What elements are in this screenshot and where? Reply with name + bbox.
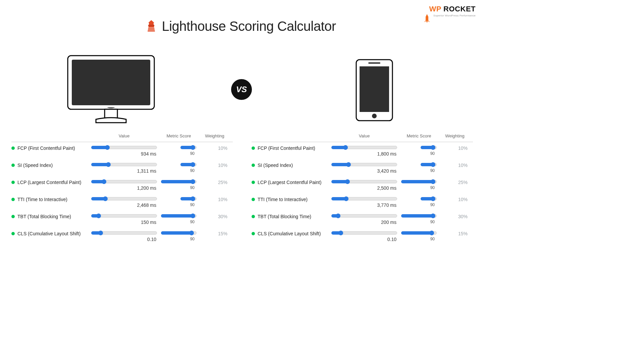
value-slider[interactable] bbox=[331, 180, 397, 183]
value-slider[interactable] bbox=[331, 146, 397, 149]
weight-text: 10% bbox=[201, 145, 229, 151]
col-weight: Weighting bbox=[201, 133, 229, 138]
value-text: 934 ms bbox=[91, 151, 157, 157]
metric-row-tti: TTI (Time to Interactive)3,770 ms9010% bbox=[252, 196, 473, 208]
score-cell: 90 bbox=[161, 213, 197, 224]
brand-logo: WP ROCKET Superior WordPress Performance bbox=[429, 5, 476, 13]
svg-rect-5 bbox=[148, 29, 155, 31]
value-slider[interactable] bbox=[91, 214, 157, 218]
metric-row-tbt: TBT (Total Blocking Time)200 ms9030% bbox=[252, 213, 473, 225]
score-text: 90 bbox=[161, 151, 197, 156]
weight-text: 25% bbox=[441, 179, 469, 185]
score-cell: 90 bbox=[161, 162, 197, 173]
status-dot-icon bbox=[11, 215, 15, 218]
metric-label: FCP (First Contentful Paint) bbox=[252, 145, 327, 151]
score-slider[interactable] bbox=[180, 163, 197, 166]
score-slider[interactable] bbox=[401, 214, 437, 218]
weight-text: 30% bbox=[441, 213, 469, 219]
status-dot-icon bbox=[11, 146, 15, 150]
metric-name: LCP (Largest Contentful Paint) bbox=[258, 180, 321, 185]
metric-name: SI (Speed Index) bbox=[17, 163, 53, 168]
metric-row-tti: TTI (Time to Interactive)2,468 ms9010% bbox=[11, 196, 233, 208]
metric-name: TTI (Time to Interactive) bbox=[258, 197, 308, 202]
score-slider[interactable] bbox=[421, 146, 437, 149]
value-slider[interactable] bbox=[91, 197, 157, 200]
value-text: 0.10 bbox=[331, 237, 397, 242]
value-slider[interactable] bbox=[331, 197, 397, 200]
status-dot-icon bbox=[252, 146, 255, 150]
column-headers: Value Metric Score Weighting bbox=[252, 133, 473, 138]
mobile-device-icon bbox=[356, 59, 393, 123]
value-text: 3,770 ms bbox=[331, 202, 397, 208]
value-text: 3,420 ms bbox=[331, 168, 397, 174]
value-cell: 934 ms bbox=[91, 145, 157, 157]
score-cell: 90 bbox=[401, 230, 437, 241]
score-text: 90 bbox=[401, 220, 437, 224]
value-cell: 1,200 ms bbox=[91, 179, 157, 191]
score-slider[interactable] bbox=[421, 197, 437, 200]
metric-label: TTI (Time to Interactive) bbox=[11, 196, 87, 202]
desktop-metrics-panel: Value Metric Score Weighting FCP (First … bbox=[11, 133, 233, 247]
value-cell: 1,311 ms bbox=[91, 162, 157, 174]
metric-label: TTI (Time to Interactive) bbox=[252, 196, 327, 202]
desktop-device-icon bbox=[67, 55, 155, 125]
score-cell: 90 bbox=[161, 179, 197, 190]
score-slider[interactable] bbox=[421, 163, 437, 166]
metric-row-lcp: LCP (Largest Contentful Paint)2,500 ms90… bbox=[252, 179, 473, 191]
brand-text: WP ROCKET bbox=[429, 5, 476, 13]
svg-rect-2 bbox=[148, 25, 154, 26]
metric-row-lcp: LCP (Largest Contentful Paint)1,200 ms90… bbox=[11, 179, 233, 191]
metric-name: TBT (Total Blocking Time) bbox=[258, 214, 311, 219]
value-slider[interactable] bbox=[331, 231, 397, 235]
score-text: 90 bbox=[161, 220, 197, 224]
value-slider[interactable] bbox=[91, 180, 157, 183]
score-text: 90 bbox=[401, 168, 437, 173]
metric-label: CLS (Cumulative Layout Shift) bbox=[252, 230, 327, 236]
score-cell: 90 bbox=[401, 179, 437, 190]
value-slider[interactable] bbox=[91, 231, 157, 235]
score-slider[interactable] bbox=[161, 231, 197, 235]
svg-marker-3 bbox=[148, 26, 155, 32]
metric-label: CLS (Cumulative Layout Shift) bbox=[11, 230, 87, 236]
metric-name: TTI (Time to Interactive) bbox=[17, 197, 67, 202]
svg-point-12 bbox=[372, 114, 377, 118]
metric-label: TBT (Total Blocking Time) bbox=[11, 213, 87, 219]
brand-tagline: Superior WordPress Performance bbox=[433, 14, 476, 17]
score-slider[interactable] bbox=[180, 197, 197, 200]
score-slider[interactable] bbox=[401, 231, 437, 235]
col-value: Value bbox=[331, 133, 397, 138]
score-slider[interactable] bbox=[161, 214, 197, 218]
page-title: Lighthouse Scoring Calculator bbox=[162, 19, 336, 34]
score-cell: 90 bbox=[161, 196, 197, 207]
metric-row-cls: CLS (Cumulative Layout Shift)0.109015% bbox=[11, 230, 233, 242]
value-slider[interactable] bbox=[91, 163, 157, 166]
metric-label: SI (Speed Index) bbox=[252, 162, 327, 168]
svg-rect-8 bbox=[105, 109, 117, 118]
score-cell: 90 bbox=[401, 196, 437, 207]
score-slider[interactable] bbox=[180, 146, 197, 149]
score-slider[interactable] bbox=[161, 180, 197, 183]
value-slider[interactable] bbox=[91, 146, 157, 149]
svg-marker-0 bbox=[148, 20, 154, 23]
metric-row-cls: CLS (Cumulative Layout Shift)0.109015% bbox=[252, 230, 473, 242]
score-cell: 90 bbox=[401, 145, 437, 156]
value-slider[interactable] bbox=[331, 214, 397, 218]
value-text: 2,468 ms bbox=[91, 202, 157, 208]
weight-text: 10% bbox=[201, 196, 229, 202]
score-text: 90 bbox=[401, 151, 437, 156]
value-cell: 150 ms bbox=[91, 213, 157, 225]
metric-row-tbt: TBT (Total Blocking Time)150 ms9030% bbox=[11, 213, 233, 225]
value-text: 2,500 ms bbox=[331, 185, 397, 191]
value-cell: 0.10 bbox=[331, 230, 397, 242]
status-dot-icon bbox=[252, 164, 255, 167]
value-cell: 3,420 ms bbox=[331, 162, 397, 174]
score-slider[interactable] bbox=[401, 180, 437, 183]
col-weight: Weighting bbox=[441, 133, 469, 138]
metric-row-fcp: FCP (First Contentful Paint)934 ms9010% bbox=[11, 145, 233, 157]
status-dot-icon bbox=[11, 198, 15, 201]
metric-name: LCP (Largest Contentful Paint) bbox=[17, 180, 81, 185]
value-slider[interactable] bbox=[331, 163, 397, 166]
status-dot-icon bbox=[252, 198, 255, 201]
value-text: 200 ms bbox=[331, 220, 397, 225]
metric-row-si: SI (Speed Index)3,420 ms9010% bbox=[252, 162, 473, 174]
